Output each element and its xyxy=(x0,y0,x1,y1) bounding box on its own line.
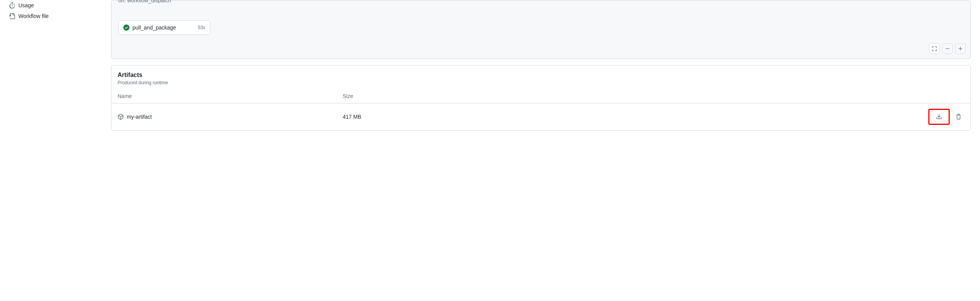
job-card[interactable]: pull_and_package 53s xyxy=(118,20,210,35)
minus-icon xyxy=(945,46,950,51)
zoom-out-button[interactable] xyxy=(942,43,953,54)
artifacts-subtitle: Produced during runtime xyxy=(118,80,964,85)
artifact-size: 417 MB xyxy=(343,114,928,120)
trash-icon xyxy=(955,114,962,120)
sidebar-item-label: Usage xyxy=(18,2,34,8)
package-icon xyxy=(118,114,124,120)
plus-icon xyxy=(958,46,963,51)
workflow-trigger-text: on: workflow_dispatch xyxy=(118,0,964,3)
download-artifact-button[interactable] xyxy=(933,111,945,123)
fullscreen-icon xyxy=(932,46,937,51)
zoom-in-button[interactable] xyxy=(955,43,966,54)
artifacts-panel: Artifacts Produced during runtime Name S… xyxy=(111,65,971,131)
workflow-graph-panel: on: workflow_dispatch pull_and_package 5… xyxy=(111,0,971,59)
sidebar-item-label: Workflow file xyxy=(18,13,49,19)
annotation-highlight xyxy=(928,109,950,125)
stopwatch-icon xyxy=(9,2,15,8)
artifact-name-link[interactable]: my-artifact xyxy=(127,114,152,120)
delete-artifact-button[interactable] xyxy=(953,111,964,123)
artifacts-col-size: Size xyxy=(343,93,964,99)
job-duration: 53s xyxy=(198,25,205,30)
sidebar-item-workflow-file[interactable]: Workflow file xyxy=(6,11,105,21)
artifact-row: my-artifact 417 MB xyxy=(111,103,970,130)
check-circle-icon xyxy=(123,25,129,31)
job-name: pull_and_package xyxy=(133,25,198,31)
artifacts-table-header: Name Size xyxy=(111,90,970,103)
sidebar-item-usage[interactable]: Usage xyxy=(6,0,105,11)
fullscreen-button[interactable] xyxy=(929,43,940,54)
artifacts-title: Artifacts xyxy=(118,72,964,79)
download-icon xyxy=(936,114,942,120)
artifacts-col-name: Name xyxy=(118,93,343,99)
svg-point-0 xyxy=(123,25,129,31)
file-symlink-icon xyxy=(9,13,15,19)
